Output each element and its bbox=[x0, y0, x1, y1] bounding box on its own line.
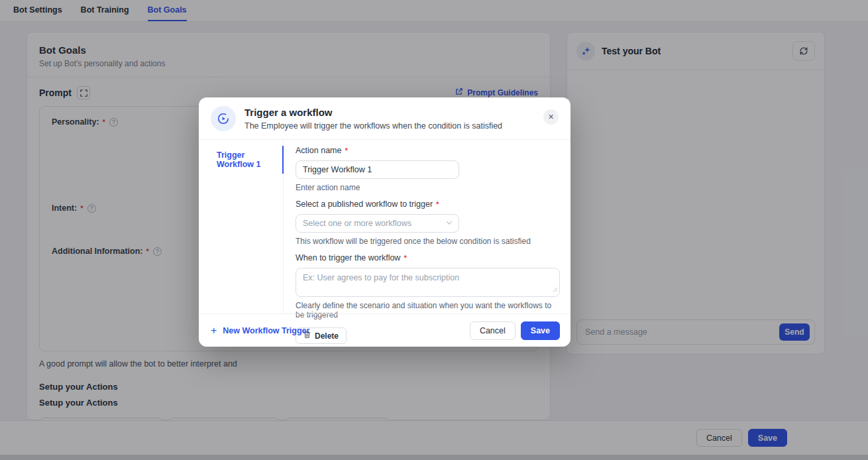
select-workflow-label: Select a published workflow to trigger * bbox=[296, 200, 560, 209]
new-workflow-trigger-link[interactable]: + New Workflow Trigger bbox=[211, 325, 470, 336]
action-name-help: Enter action name bbox=[296, 183, 560, 192]
workflow-select-placeholder: Select one or more workflows bbox=[303, 219, 445, 228]
workflow-play-icon bbox=[211, 106, 236, 131]
action-name-input[interactable] bbox=[296, 160, 459, 179]
modal-body: Trigger Workflow 1 Action name * Enter a… bbox=[199, 140, 570, 314]
when-to-trigger-textarea[interactable] bbox=[296, 268, 560, 297]
tab-trigger-workflow-1[interactable]: Trigger Workflow 1 bbox=[199, 144, 284, 176]
workflow-select-help: This workflow will be triggered once the… bbox=[296, 237, 560, 246]
required-mark: * bbox=[436, 200, 439, 208]
workflow-form: Action name * Enter action name Select a… bbox=[284, 140, 570, 314]
trigger-workflow-modal: Trigger a workflow The Employee will tri… bbox=[199, 97, 570, 347]
modal-title: Trigger a workflow bbox=[244, 107, 502, 118]
action-name-label: Action name * bbox=[296, 146, 560, 155]
chevron-down-icon bbox=[445, 217, 453, 229]
workflow-select[interactable]: Select one or more workflows bbox=[296, 214, 459, 233]
required-mark: * bbox=[404, 254, 406, 262]
modal-save-button[interactable]: Save bbox=[521, 321, 560, 340]
modal-subtitle: The Employee will trigger the workflows … bbox=[244, 121, 502, 131]
modal-header: Trigger a workflow The Employee will tri… bbox=[199, 97, 570, 140]
workflow-tabs-column: Trigger Workflow 1 bbox=[199, 140, 284, 314]
when-to-trigger-wrapper bbox=[296, 268, 560, 297]
modal-footer: + New Workflow Trigger Cancel Save bbox=[199, 314, 570, 347]
when-to-trigger-label: When to trigger the workflow * bbox=[296, 253, 560, 262]
plus-icon: + bbox=[211, 325, 217, 336]
modal-header-text: Trigger a workflow The Employee will tri… bbox=[244, 106, 502, 131]
new-workflow-trigger-label: New Workflow Trigger bbox=[223, 326, 309, 335]
required-mark: * bbox=[345, 146, 347, 154]
modal-cancel-button[interactable]: Cancel bbox=[470, 321, 515, 340]
close-icon[interactable]: ✕ bbox=[543, 109, 559, 125]
